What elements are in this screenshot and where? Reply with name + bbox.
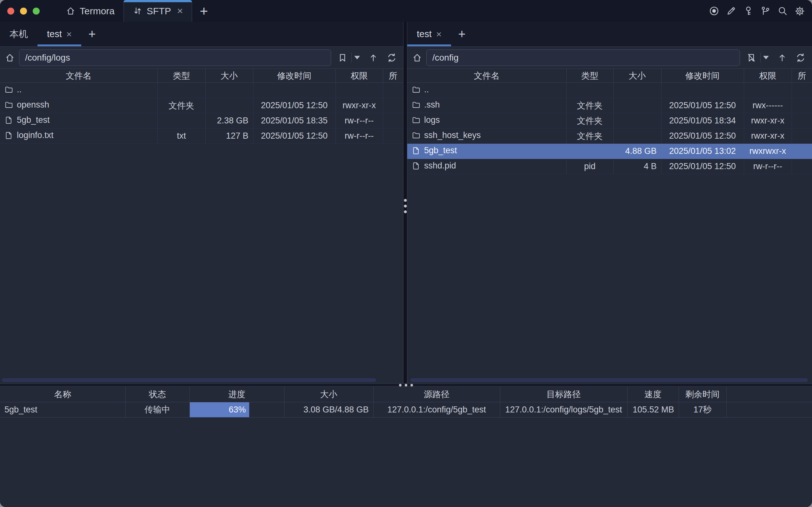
file-row-5gb-test[interactable]: 5gb_test 2.38 GB 2025/01/05 18:35 rw-r--… bbox=[0, 113, 403, 128]
transfer-column-status[interactable]: 状态 bbox=[125, 387, 190, 402]
transfer-column-target[interactable]: 目标路径 bbox=[500, 387, 627, 402]
column-header-size[interactable]: 大小 bbox=[205, 69, 253, 83]
home-button[interactable] bbox=[410, 50, 424, 65]
tab-close-icon[interactable]: × bbox=[66, 29, 72, 40]
column-header-perm[interactable]: 权限 bbox=[744, 69, 792, 83]
tab-session-label: test bbox=[417, 29, 432, 39]
folder-icon bbox=[412, 86, 420, 94]
column-header-type[interactable]: 类型 bbox=[566, 69, 613, 83]
transfer-column-name[interactable]: 名称 bbox=[0, 387, 125, 402]
right-file-panel: test × + bbox=[407, 22, 812, 383]
left-pathbar bbox=[0, 47, 403, 68]
tab-sftp-close-icon[interactable]: × bbox=[177, 5, 183, 17]
folder-icon bbox=[4, 86, 13, 94]
column-header-name[interactable]: 文件名 bbox=[407, 69, 566, 83]
tab-local-machine[interactable]: 本机 bbox=[0, 22, 38, 46]
arrow-up-icon bbox=[368, 53, 378, 63]
bookmark-dropdown-caret-icon[interactable] bbox=[354, 56, 360, 59]
horizontal-scrollbar[interactable] bbox=[411, 378, 808, 382]
bookmark-dropdown-caret-icon[interactable] bbox=[763, 56, 769, 59]
file-name: 5gb_test bbox=[17, 115, 50, 125]
column-header-type[interactable]: 类型 bbox=[157, 69, 205, 83]
bookmark-button[interactable] bbox=[335, 51, 349, 65]
transfer-column-progress[interactable]: 进度 bbox=[190, 387, 284, 402]
left-path-actions bbox=[335, 51, 400, 65]
zoom-window-button[interactable] bbox=[33, 8, 40, 15]
column-header-perm[interactable]: 权限 bbox=[335, 69, 383, 83]
transfer-column-source[interactable]: 源路径 bbox=[373, 387, 500, 402]
minimize-window-button[interactable] bbox=[20, 8, 27, 15]
left-connection-tabs: 本机 test × + bbox=[0, 22, 403, 47]
edit-icon[interactable] bbox=[726, 6, 737, 16]
home-button[interactable] bbox=[3, 50, 17, 65]
file-row-ssh[interactable]: .ssh 文件夹 2025/01/05 12:50 rwx------ bbox=[407, 98, 812, 113]
tab-close-icon[interactable]: × bbox=[436, 29, 442, 40]
add-connection-button[interactable]: + bbox=[81, 22, 103, 46]
right-file-table-area: 文件名 类型 大小 修改时间 权限 所 .. bbox=[407, 68, 812, 383]
refresh-button[interactable] bbox=[794, 51, 808, 65]
bookmark-button[interactable] bbox=[744, 51, 758, 65]
folder-icon bbox=[4, 101, 13, 109]
progress-label: 63% bbox=[229, 405, 249, 415]
file-name: .. bbox=[17, 85, 21, 95]
file-name: ssh_host_keys bbox=[424, 130, 481, 140]
transfer-column-speed[interactable]: 速度 bbox=[627, 387, 679, 402]
transfer-column-size[interactable]: 大小 bbox=[284, 387, 373, 402]
settings-gear-icon[interactable] bbox=[795, 6, 805, 16]
file-row-openssh[interactable]: openssh 文件夹 2025/01/05 12:50 rwxr-xr-x bbox=[0, 98, 403, 113]
tab-session-test[interactable]: test × bbox=[38, 22, 81, 46]
column-header-name[interactable]: 文件名 bbox=[0, 69, 157, 83]
file-name: sshd.pid bbox=[424, 161, 456, 171]
file-name: loginfo.txt bbox=[17, 130, 54, 140]
folder-icon bbox=[412, 116, 420, 124]
progress-cell: 63% bbox=[190, 402, 284, 417]
file-row-sshd-pid[interactable]: sshd.pid pid 4 B 2025/01/05 12:50 rw-r--… bbox=[407, 159, 812, 174]
file-name: .ssh bbox=[424, 100, 440, 110]
app-window: Termora SFTP × + 本机 test bbox=[0, 0, 812, 507]
tab-session-test[interactable]: test × bbox=[407, 22, 451, 46]
file-row-5gb-test-selected[interactable]: 5gb_test 4.88 GB 2025/01/05 13:02 rwxrwx… bbox=[407, 144, 812, 159]
home-icon bbox=[66, 6, 75, 16]
bookmark-icon bbox=[337, 53, 347, 63]
new-window-tab-button[interactable]: + bbox=[192, 0, 216, 22]
right-path-actions bbox=[744, 51, 809, 65]
add-connection-button[interactable]: + bbox=[451, 22, 472, 46]
column-header-mtime[interactable]: 修改时间 bbox=[253, 69, 335, 83]
splitter-grip-icon bbox=[404, 199, 407, 213]
column-header-size[interactable]: 大小 bbox=[613, 69, 661, 83]
refresh-icon bbox=[795, 52, 806, 63]
file-name: openssh bbox=[17, 100, 49, 110]
bookmark-slash-icon bbox=[746, 53, 756, 63]
record-button[interactable] bbox=[709, 6, 719, 16]
close-window-button[interactable] bbox=[7, 8, 14, 15]
search-icon[interactable] bbox=[777, 6, 788, 16]
path-input[interactable] bbox=[426, 50, 740, 66]
column-header-mtime[interactable]: 修改时间 bbox=[661, 69, 744, 83]
file-row-ssh-host-keys[interactable]: ssh_host_keys 文件夹 2025/01/05 12:50 rwxr-… bbox=[407, 128, 812, 144]
panel-splitter-vertical[interactable] bbox=[403, 22, 407, 383]
branch-icon[interactable] bbox=[760, 6, 771, 16]
tab-sftp[interactable]: SFTP × bbox=[123, 0, 192, 22]
column-header-owner[interactable]: 所 bbox=[792, 69, 812, 83]
path-input[interactable] bbox=[19, 50, 331, 66]
tab-sftp-label: SFTP bbox=[147, 6, 171, 16]
key-icon[interactable] bbox=[743, 6, 754, 16]
file-row-up[interactable]: .. bbox=[0, 83, 403, 98]
refresh-button[interactable] bbox=[385, 51, 399, 65]
file-name: logs bbox=[424, 115, 440, 125]
horizontal-scrollbar[interactable] bbox=[2, 378, 376, 382]
file-row-loginfo[interactable]: loginfo.txt txt 127 B 2025/01/05 12:50 r… bbox=[0, 128, 403, 144]
parent-directory-button[interactable] bbox=[775, 51, 789, 65]
transfer-splitter-horizontal[interactable] bbox=[0, 383, 812, 387]
column-header-owner[interactable]: 所 bbox=[383, 69, 403, 83]
transfer-arrows-icon bbox=[133, 6, 143, 16]
transfer-row-5gb-test[interactable]: 5gb_test 传输中 63% 3.08 GB/4.88 GB 127.0.0… bbox=[0, 402, 812, 417]
parent-directory-button[interactable] bbox=[366, 51, 380, 65]
right-connection-tabs: test × + bbox=[407, 22, 812, 47]
tab-termora[interactable]: Termora bbox=[57, 0, 123, 22]
transfer-column-eta[interactable]: 剩余时间 bbox=[679, 387, 726, 402]
file-row-logs[interactable]: logs 文件夹 2025/01/05 18:34 rwxr-xr-x bbox=[407, 113, 812, 128]
folder-icon bbox=[412, 131, 420, 139]
home-icon bbox=[412, 53, 422, 63]
file-row-up[interactable]: .. bbox=[407, 83, 812, 98]
